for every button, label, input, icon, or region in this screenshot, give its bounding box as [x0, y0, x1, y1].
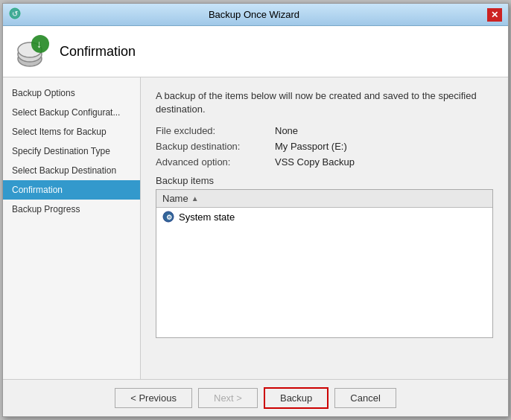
wizard-window: ↺ Backup Once Wizard ✕ ↓ Confirmation: [2, 3, 509, 417]
previous-button[interactable]: < Previous: [115, 388, 192, 408]
sort-arrow-icon: ▲: [191, 194, 199, 203]
header-title: Confirmation: [60, 44, 136, 60]
title-bar-icon: ↺: [9, 7, 21, 22]
sidebar-item-specify-destination[interactable]: Specify Destination Type: [3, 141, 140, 161]
window-layout: ↓ Confirmation Backup Options Select Bac…: [3, 26, 508, 416]
header-icon: ↓: [15, 34, 51, 69]
backup-items-label: Backup items: [156, 175, 493, 186]
system-state-icon: ⚙: [162, 211, 174, 223]
sidebar-item-select-items[interactable]: Select Items for Backup: [3, 122, 140, 141]
advanced-option-label: Advanced option:: [156, 156, 275, 168]
sidebar-item-confirmation[interactable]: Confirmation: [3, 180, 140, 200]
title-bar: ↺ Backup Once Wizard ✕: [3, 4, 508, 26]
header-section: ↓ Confirmation: [3, 26, 508, 77]
sidebar: Backup Options Select Backup Configurat.…: [3, 77, 141, 379]
content-area: A backup of the items below will now be …: [141, 77, 508, 379]
svg-text:↺: ↺: [12, 10, 18, 18]
table-header: Name ▲: [156, 190, 492, 208]
description-text: A backup of the items below will now be …: [156, 89, 493, 116]
sidebar-item-select-destination[interactable]: Select Backup Destination: [3, 161, 140, 180]
sidebar-item-backup-options[interactable]: Backup Options: [3, 83, 140, 103]
table-column-name: Name ▲: [162, 193, 486, 204]
sidebar-item-backup-progress[interactable]: Backup Progress: [3, 200, 140, 219]
info-row-advanced-option: Advanced option: VSS Copy Backup: [156, 156, 493, 168]
window-body: Backup Options Select Backup Configurat.…: [3, 77, 508, 379]
backup-items-table: Name ▲ ⚙ System state: [156, 189, 493, 338]
sidebar-item-select-backup-config[interactable]: Select Backup Configurat...: [3, 103, 140, 122]
advanced-option-value: VSS Copy Backup: [275, 156, 355, 168]
cancel-button[interactable]: Cancel: [334, 388, 396, 408]
backup-destination-value: My Passport (E:): [275, 141, 347, 152]
footer: < Previous Next > Backup Cancel: [3, 379, 508, 416]
next-button[interactable]: Next >: [198, 388, 258, 408]
file-excluded-label: File excluded:: [156, 125, 275, 136]
table-row[interactable]: ⚙ System state: [156, 208, 492, 226]
file-excluded-value: None: [275, 125, 298, 136]
info-row-file-excluded: File excluded: None: [156, 125, 493, 136]
backup-button[interactable]: Backup: [264, 387, 328, 409]
title-bar-title: Backup Once Wizard: [209, 9, 299, 20]
svg-text:↓: ↓: [36, 38, 42, 50]
backup-destination-label: Backup destination:: [156, 141, 275, 152]
svg-text:⚙: ⚙: [166, 214, 172, 221]
close-button[interactable]: ✕: [487, 8, 502, 22]
info-row-backup-destination: Backup destination: My Passport (E:): [156, 141, 493, 152]
table-row-system-state: System state: [179, 211, 235, 223]
